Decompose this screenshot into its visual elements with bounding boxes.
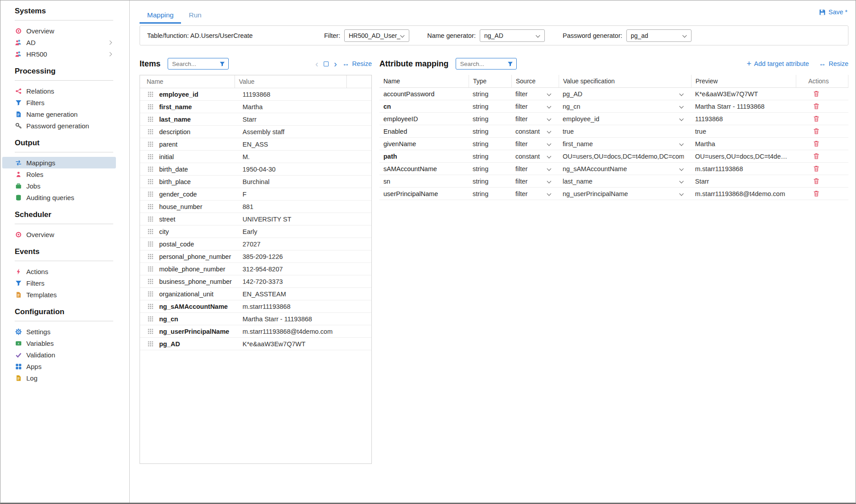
drag-handle-icon[interactable]: [148, 141, 153, 147]
sidebar-item-validation[interactable]: Validation: [2, 349, 116, 361]
delete-attribute-button[interactable]: [813, 140, 819, 147]
items-table-row[interactable]: street UNIVERSITY ST: [140, 213, 371, 225]
sidebar-item-settings[interactable]: Settings: [2, 326, 116, 337]
filter-funnel-icon[interactable]: [219, 61, 225, 67]
drag-handle-icon[interactable]: [148, 216, 153, 222]
items-table-row[interactable]: parent EN_ASS: [140, 138, 371, 151]
tab-mapping[interactable]: Mapping: [140, 0, 181, 24]
drag-handle-icon[interactable]: [148, 116, 153, 122]
source-select[interactable]: filter: [511, 90, 559, 98]
drag-handle-icon[interactable]: [148, 266, 153, 272]
delete-attribute-button[interactable]: [813, 128, 819, 135]
sidebar-item-apps[interactable]: Apps: [2, 361, 116, 372]
drag-handle-icon[interactable]: [148, 279, 153, 284]
items-table-row[interactable]: postal_code 27027: [140, 238, 371, 250]
mapping-search-input[interactable]: [456, 61, 507, 67]
source-select[interactable]: filter: [511, 178, 559, 185]
drag-handle-icon[interactable]: [148, 204, 153, 209]
value-specification-select[interactable]: ng_cn: [559, 103, 691, 110]
delete-attribute-button[interactable]: [813, 178, 819, 184]
drag-handle-icon[interactable]: [148, 104, 153, 110]
items-table-row[interactable]: organizational_unit EN_ASSTEAM: [140, 288, 371, 300]
value-specification-select[interactable]: pg_AD: [559, 90, 691, 98]
source-select[interactable]: filter: [511, 140, 559, 148]
source-select[interactable]: constant: [511, 153, 559, 160]
password-generator-select[interactable]: pg_ad: [626, 29, 691, 42]
drag-handle-icon[interactable]: [148, 291, 153, 297]
items-table-row[interactable]: pg_AD K*e&aaW3Ew7Q7WT: [140, 338, 371, 350]
sidebar-item-templates[interactable]: Templates: [2, 289, 116, 300]
drag-handle-icon[interactable]: [148, 191, 153, 197]
sidebar-item-filters[interactable]: Filters: [2, 277, 116, 289]
items-table-row[interactable]: city Early: [140, 225, 371, 238]
sidebar-item-overview[interactable]: Overview: [2, 229, 116, 240]
drag-handle-icon[interactable]: [148, 341, 153, 347]
value-specification-select[interactable]: employee_id: [559, 115, 691, 123]
delete-attribute-button[interactable]: [813, 190, 819, 197]
drag-handle-icon[interactable]: [148, 179, 153, 184]
add-target-attribute-button[interactable]: + Add target attribute: [747, 60, 809, 68]
value-specification-select[interactable]: true: [559, 128, 691, 135]
filter-select[interactable]: HR500_AD_User_Create: [344, 29, 409, 42]
items-table-row[interactable]: birth_place Burchinal: [140, 176, 371, 188]
items-table-row[interactable]: initial M.: [140, 151, 371, 163]
sidebar-item-overview[interactable]: Overview: [2, 25, 116, 37]
items-table-row[interactable]: mobile_phone_number 312-954-8207: [140, 263, 371, 275]
delete-attribute-button[interactable]: [813, 103, 819, 110]
delete-attribute-button[interactable]: [813, 115, 819, 122]
sidebar-item-ad[interactable]: AD: [2, 37, 116, 48]
sidebar-item-roles[interactable]: Roles: [2, 168, 116, 180]
items-table-row[interactable]: description Assembly staff: [140, 126, 371, 138]
items-table-row[interactable]: birth_date 1950-04-30: [140, 163, 371, 176]
sidebar-item-mappings[interactable]: Mappings: [2, 157, 116, 168]
items-table-row[interactable]: ng_cn Martha Starr - 11193868: [140, 313, 371, 325]
sidebar-item-jobs[interactable]: Jobs: [2, 180, 116, 192]
drag-handle-icon[interactable]: [148, 129, 153, 135]
drag-handle-icon[interactable]: [148, 166, 153, 172]
delete-attribute-button[interactable]: [813, 165, 819, 172]
items-table-row[interactable]: ng_userPrincipalName m.starr11193868@t4d…: [140, 325, 371, 338]
drag-handle-icon[interactable]: [148, 241, 153, 247]
items-table-row[interactable]: first_name Martha: [140, 101, 371, 113]
sidebar-item-name-generation[interactable]: Name generation: [2, 108, 116, 120]
save-button[interactable]: Save *: [819, 8, 848, 16]
sidebar-item-log[interactable]: Log: [2, 372, 116, 384]
previous-page-button[interactable]: ‹: [315, 59, 318, 68]
sidebar-item-actions[interactable]: Actions: [2, 266, 116, 277]
value-specification-select[interactable]: ng_userPrincipalName: [559, 190, 691, 197]
value-specification-select[interactable]: first_name: [559, 140, 691, 148]
items-table-row[interactable]: ng_sAMAccountName m.starr11193868: [140, 300, 371, 313]
items-table-row[interactable]: house_number 881: [140, 201, 371, 213]
tab-run[interactable]: Run: [181, 0, 209, 24]
value-specification-select[interactable]: last_name: [559, 178, 691, 185]
source-select[interactable]: filter: [511, 103, 559, 110]
value-specification-select[interactable]: OU=users,OU=docs,DC=t4demo,DC=com: [559, 153, 691, 160]
sidebar-item-password-generation[interactable]: Password generation: [2, 120, 116, 131]
items-table-row[interactable]: personal_phone_number 385-209-1226: [140, 250, 371, 263]
drag-handle-icon[interactable]: [148, 229, 153, 234]
drag-handle-icon[interactable]: [148, 91, 153, 97]
items-table-row[interactable]: employee_id 11193868: [140, 88, 371, 101]
drag-handle-icon[interactable]: [148, 303, 153, 309]
name-generator-select[interactable]: ng_AD: [480, 29, 545, 42]
next-page-button[interactable]: ›: [334, 59, 337, 68]
source-select[interactable]: constant: [511, 128, 559, 135]
sidebar-item-filters[interactable]: Filters: [2, 97, 116, 108]
sidebar-item-variables[interactable]: x Variables: [2, 337, 116, 349]
value-specification-select[interactable]: ng_sAMAccountName: [559, 165, 691, 172]
drag-handle-icon[interactable]: [148, 316, 153, 322]
sidebar-item-relations[interactable]: Relations: [2, 85, 116, 97]
items-table-row[interactable]: last_name Starr: [140, 113, 371, 126]
sidebar-item-hr500[interactable]: HR500: [2, 48, 116, 60]
items-resize-button[interactable]: ↔ Resize: [342, 60, 372, 67]
items-search-input[interactable]: [168, 61, 219, 67]
items-table-row[interactable]: gender_code F: [140, 188, 371, 201]
delete-attribute-button[interactable]: [813, 90, 819, 97]
source-select[interactable]: filter: [511, 115, 559, 123]
drag-handle-icon[interactable]: [148, 254, 153, 259]
sidebar-item-auditing-queries[interactable]: Auditing queries: [2, 192, 116, 203]
filter-funnel-icon[interactable]: [507, 61, 513, 67]
items-table-row[interactable]: business_phone_number 142-720-3373: [140, 275, 371, 288]
mapping-resize-button[interactable]: ↔ Resize: [819, 60, 848, 67]
page-indicator-icon[interactable]: [324, 61, 329, 66]
